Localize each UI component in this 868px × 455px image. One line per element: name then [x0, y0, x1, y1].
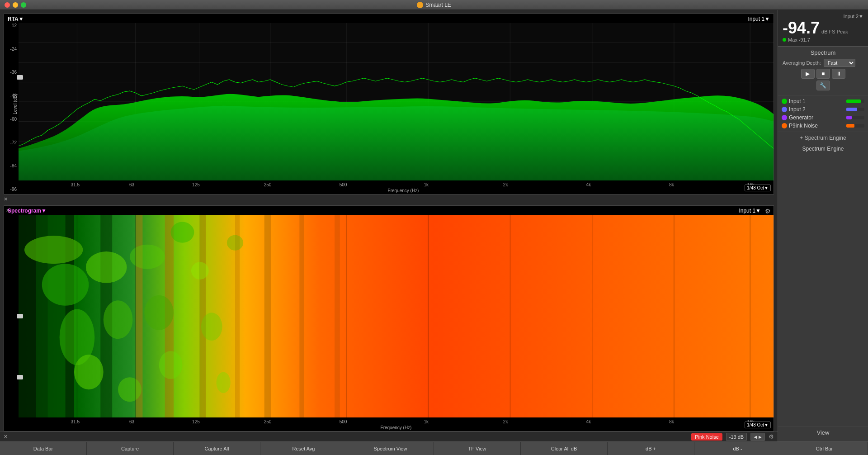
rta-input-selector[interactable]: Input 1▼: [748, 16, 770, 22]
level-meter: Input 2▼ -94.7 dB FS Peak Max -91.7: [778, 10, 868, 47]
add-engine-button[interactable]: + Spectrum Engine: [778, 132, 868, 144]
spectrum-title: Spectrum: [783, 49, 863, 56]
averaging-depth-row: Averaging Depth: Fast Medium Slow: [783, 59, 863, 67]
spectrum-engine-label: Spectrum Engine: [778, 144, 868, 154]
pink-noise-button[interactable]: Pink Noise: [691, 433, 722, 441]
db-minus-label: dB -: [733, 446, 742, 451]
view-section: View: [778, 426, 868, 441]
gen-bar: [846, 116, 864, 119]
input-entry-1[interactable]: Input 1: [782, 97, 864, 105]
noise-dot: [782, 123, 787, 128]
input2-name: Input 2: [789, 106, 844, 113]
capture-all-button[interactable]: Capture All: [174, 442, 260, 455]
gen-dot: [782, 115, 787, 120]
capture-label: Capture: [121, 446, 139, 451]
x-label-63: 63: [129, 182, 134, 187]
spectrogram-oct-selector[interactable]: 1/48 Oct▼: [745, 422, 771, 428]
sg-x-title: Frequency (Hz): [381, 425, 412, 430]
bottom-toolbar: Data Bar Capture Capture All Reset Avg S…: [0, 441, 868, 455]
main-layout: RTA▼ Input 1▼ Level (dB) -12 -24 -36 -48…: [0, 10, 868, 441]
svg-point-36: [118, 377, 142, 402]
y-label-24: -24: [4, 47, 19, 52]
inputs-section: Input 1 Input 2 Generator: [778, 95, 868, 132]
rta-label[interactable]: RTA▼: [8, 16, 24, 22]
panel-divider: ✕: [0, 194, 778, 204]
x-label-4k: 4k: [586, 182, 591, 187]
rta-slider-top[interactable]: [17, 75, 23, 80]
input-entry-noise[interactable]: P9ink Noise: [782, 122, 864, 130]
app-title: Smaart LE: [417, 2, 451, 8]
sg-x-63: 63: [129, 419, 134, 424]
level-unit: dB FS Peak: [821, 29, 848, 34]
sg-x-8k: 8k: [669, 419, 674, 424]
maximize-button[interactable]: [21, 2, 26, 8]
rta-close-icon[interactable]: ✕: [4, 196, 8, 202]
noise-bar-fill: [846, 124, 854, 128]
input1-bar: [846, 100, 864, 103]
input-entry-2[interactable]: Input 2: [782, 105, 864, 114]
db-minus-button[interactable]: dB -: [694, 442, 781, 455]
rta-oct-selector[interactable]: 1/48 Oct▼: [745, 185, 771, 191]
spectrogram-label[interactable]: Spectrogram▼: [8, 208, 47, 214]
wrench-button[interactable]: 🔧: [816, 81, 830, 90]
gen-name: Generator: [789, 114, 844, 121]
app-title-text: Smaart LE: [425, 2, 451, 8]
titlebar: Smaart LE: [0, 0, 868, 10]
x-label-500: 500: [340, 182, 347, 187]
spectrum-view-button[interactable]: Spectrum View: [347, 442, 434, 455]
level-max-text: Max -91.7: [788, 37, 810, 43]
app-icon: [417, 2, 423, 8]
input1-name: Input 1: [789, 98, 844, 104]
svg-point-35: [104, 300, 133, 339]
x-label-2k: 2k: [503, 182, 508, 187]
db-plus-label: dB +: [646, 446, 656, 451]
tf-view-button[interactable]: TF View: [434, 442, 521, 455]
pause-button[interactable]: ⏸: [832, 69, 845, 79]
reset-avg-button[interactable]: Reset Avg: [260, 442, 347, 455]
play-button[interactable]: ▶: [801, 69, 815, 79]
ctrl-bar-button[interactable]: Ctrl Bar: [781, 442, 868, 455]
svg-point-34: [86, 251, 127, 283]
sg-x-4k: 4k: [586, 419, 591, 424]
svg-point-44: [227, 235, 243, 251]
spectrogram-bottom-strip: ✕ Pink Noise -13 dB ◄► ⚙: [0, 431, 778, 441]
spectrogram-panel: ✕ Spectrogram▼ ⚙ Input 1▼: [4, 205, 774, 431]
input-entry-gen[interactable]: Generator: [782, 114, 864, 122]
capture-all-label: Capture All: [205, 446, 229, 451]
clear-all-db-button[interactable]: Clear All dB: [521, 442, 608, 455]
db-plus-button[interactable]: dB +: [608, 442, 694, 455]
averaging-depth-label: Averaging Depth:: [783, 60, 821, 66]
spectrogram-slider-bottom[interactable]: [17, 375, 23, 379]
spectrogram-settings-icon[interactable]: ⚙: [765, 208, 771, 215]
svg-point-43: [217, 372, 231, 393]
y-label-36: -36: [4, 70, 19, 75]
db-value-button[interactable]: -13 dB: [726, 433, 747, 441]
capture-button[interactable]: Capture: [87, 442, 174, 455]
spectrogram-x-axis: 31.5 63 125 250 500 1k 2k 4k 8k 16k Freq…: [19, 417, 774, 431]
spectrum-view-label: Spectrum View: [374, 446, 407, 451]
level-display: -94.7 dB FS Peak: [783, 20, 863, 36]
minimize-button[interactable]: [13, 2, 18, 8]
svg-point-30: [24, 236, 83, 264]
y-label-84: -84: [4, 163, 19, 168]
data-bar-button[interactable]: Data Bar: [0, 442, 87, 455]
traffic-lights: [5, 2, 26, 8]
transport-controls: ▶ ■ ⏸: [783, 69, 863, 79]
svg-point-42: [201, 313, 222, 341]
x-label-250: 250: [264, 182, 272, 187]
close-button[interactable]: [5, 2, 10, 8]
averaging-depth-select[interactable]: Fast Medium Slow: [824, 59, 855, 67]
spectrogram-slider-top[interactable]: [17, 314, 23, 318]
clear-all-db-label: Clear All dB: [551, 446, 577, 451]
rta-green-fill: [19, 94, 774, 180]
input2-bar-fill: [846, 108, 857, 111]
spectrogram-input-label[interactable]: Input 1▼: [739, 208, 761, 214]
spectrogram-settings-bottom[interactable]: ⚙: [769, 433, 774, 440]
data-bar-label: Data Bar: [33, 446, 53, 451]
db-arrows-button[interactable]: ◄►: [750, 433, 765, 441]
x-label-1k: 1k: [424, 182, 429, 187]
spectrogram-close-bottom[interactable]: ✕: [4, 434, 8, 440]
stop-button[interactable]: ■: [816, 69, 830, 79]
input1-dot: [782, 99, 787, 104]
sg-x-31: 31.5: [71, 419, 80, 424]
